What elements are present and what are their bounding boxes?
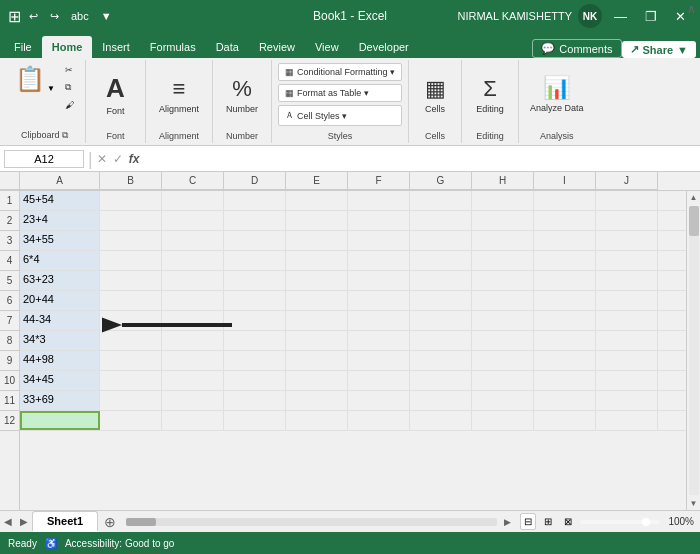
cell-d9[interactable] (224, 351, 286, 370)
cancel-formula-button[interactable]: ✕ (97, 152, 107, 166)
cell-g10[interactable] (410, 371, 472, 390)
row-header-5[interactable]: 5 (0, 271, 19, 291)
cell-a5[interactable]: 63+23 (20, 271, 100, 290)
cell-i11[interactable] (534, 391, 596, 410)
col-header-b[interactable]: B (100, 172, 162, 190)
cell-i12[interactable] (534, 411, 596, 430)
cell-e7[interactable] (286, 311, 348, 330)
cell-j11[interactable] (596, 391, 658, 410)
share-button[interactable]: ↗ Share ▼ (622, 41, 696, 58)
cell-i3[interactable] (534, 231, 596, 250)
zoom-slider[interactable] (580, 520, 660, 524)
cell-j2[interactable] (596, 211, 658, 230)
cell-c11[interactable] (162, 391, 224, 410)
normal-view-button[interactable]: ⊟ (520, 513, 536, 530)
col-header-e[interactable]: E (286, 172, 348, 190)
cell-c4[interactable] (162, 251, 224, 270)
row-header-7[interactable]: 7 (0, 311, 19, 331)
tab-home[interactable]: Home (42, 36, 93, 58)
cell-h6[interactable] (472, 291, 534, 310)
paste-button[interactable]: 📋 ▼ (10, 62, 60, 96)
conditional-formatting-button[interactable]: ▦ Conditional Formatting ▾ (278, 63, 402, 81)
cell-f12[interactable] (348, 411, 410, 430)
cell-f10[interactable] (348, 371, 410, 390)
font-button[interactable]: A Font (93, 68, 137, 121)
col-header-g[interactable]: G (410, 172, 472, 190)
cell-f5[interactable] (348, 271, 410, 290)
cell-d11[interactable] (224, 391, 286, 410)
cell-h12[interactable] (472, 411, 534, 430)
cell-g3[interactable] (410, 231, 472, 250)
vertical-scrollbar[interactable]: ▲ ▼ (686, 191, 700, 510)
user-avatar[interactable]: NK (578, 4, 602, 28)
redo-button[interactable]: ↪ (46, 8, 63, 25)
cell-j7[interactable] (596, 311, 658, 330)
cell-g2[interactable] (410, 211, 472, 230)
row-header-3[interactable]: 3 (0, 231, 19, 251)
clipboard-expand-icon[interactable]: ⧉ (62, 130, 68, 140)
col-header-f[interactable]: F (348, 172, 410, 190)
cell-g5[interactable] (410, 271, 472, 290)
cell-d2[interactable] (224, 211, 286, 230)
cell-d5[interactable] (224, 271, 286, 290)
cell-f7[interactable] (348, 311, 410, 330)
cell-h1[interactable] (472, 191, 534, 210)
cell-j12[interactable] (596, 411, 658, 430)
comments-button[interactable]: 💬 Comments (532, 39, 621, 58)
cell-b5[interactable] (100, 271, 162, 290)
cell-c10[interactable] (162, 371, 224, 390)
cell-a1[interactable]: 45+54 (20, 191, 100, 210)
cut-button[interactable]: ✂ (60, 62, 79, 78)
cell-f9[interactable] (348, 351, 410, 370)
ribbon-collapse-button[interactable]: ∧ (687, 2, 696, 16)
qat-dropdown-button[interactable]: ▼ (97, 8, 116, 24)
sheet-prev-button[interactable]: ◀ (0, 514, 16, 529)
alignment-button[interactable]: ≡ Alignment (152, 71, 206, 119)
cell-h10[interactable] (472, 371, 534, 390)
cell-i1[interactable] (534, 191, 596, 210)
col-header-a[interactable]: A (20, 172, 100, 190)
cell-c3[interactable] (162, 231, 224, 250)
cell-b12[interactable] (100, 411, 162, 430)
cell-i2[interactable] (534, 211, 596, 230)
row-header-11[interactable]: 11 (0, 391, 19, 411)
cell-f3[interactable] (348, 231, 410, 250)
cell-g4[interactable] (410, 251, 472, 270)
col-header-j[interactable]: J (596, 172, 658, 190)
cell-f4[interactable] (348, 251, 410, 270)
cell-h7[interactable] (472, 311, 534, 330)
col-header-d[interactable]: D (224, 172, 286, 190)
undo-button[interactable]: ↩ (25, 8, 42, 25)
cell-e1[interactable] (286, 191, 348, 210)
row-header-1[interactable]: 1 (0, 191, 19, 211)
format-as-table-button[interactable]: ▦ Format as Table ▾ (278, 84, 402, 102)
cell-d6[interactable] (224, 291, 286, 310)
maximize-button[interactable]: ❐ (639, 7, 663, 26)
cell-b2[interactable] (100, 211, 162, 230)
row-header-4[interactable]: 4 (0, 251, 19, 271)
cell-i5[interactable] (534, 271, 596, 290)
row-header-10[interactable]: 10 (0, 371, 19, 391)
cell-a2[interactable]: 23+4 (20, 211, 100, 230)
cell-h2[interactable] (472, 211, 534, 230)
cell-e3[interactable] (286, 231, 348, 250)
cell-e8[interactable] (286, 331, 348, 350)
cell-g6[interactable] (410, 291, 472, 310)
cell-a7[interactable]: 44-34 (20, 311, 100, 330)
cell-b7[interactable] (100, 311, 162, 330)
cell-d8[interactable] (224, 331, 286, 350)
tab-developer[interactable]: Developer (349, 36, 419, 58)
cell-i8[interactable] (534, 331, 596, 350)
cell-d10[interactable] (224, 371, 286, 390)
tab-data[interactable]: Data (206, 36, 249, 58)
cell-b4[interactable] (100, 251, 162, 270)
cell-e6[interactable] (286, 291, 348, 310)
cell-a11[interactable]: 33+69 (20, 391, 100, 410)
cell-c8[interactable] (162, 331, 224, 350)
cell-e12[interactable] (286, 411, 348, 430)
cell-j8[interactable] (596, 331, 658, 350)
cell-j4[interactable] (596, 251, 658, 270)
cell-g8[interactable] (410, 331, 472, 350)
cell-d4[interactable] (224, 251, 286, 270)
page-break-button[interactable]: ⊠ (560, 513, 576, 530)
